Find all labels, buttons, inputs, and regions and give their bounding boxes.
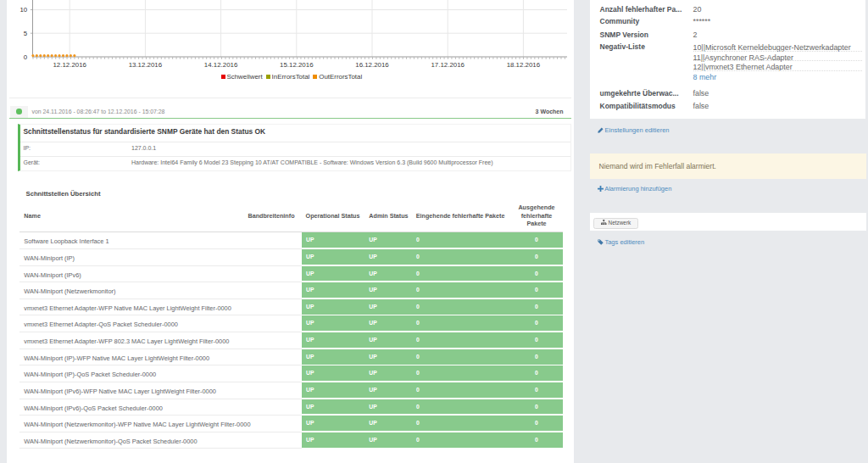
svg-text:14.12.2016: 14.12.2016 (204, 61, 238, 69)
svg-text:15.12.2016: 15.12.2016 (280, 61, 314, 69)
svg-text:18.12.2016: 18.12.2016 (507, 61, 541, 69)
svg-text:0: 0 (24, 53, 28, 61)
svg-text:5: 5 (24, 30, 28, 37)
svg-text:12.12.2016: 12.12.2016 (53, 61, 86, 69)
svg-text:17.12.2016: 17.12.2016 (431, 61, 465, 69)
svg-text:16.12.2016: 16.12.2016 (355, 61, 389, 69)
svg-text:10: 10 (20, 6, 28, 14)
svg-text:13.12.2016: 13.12.2016 (129, 61, 163, 69)
